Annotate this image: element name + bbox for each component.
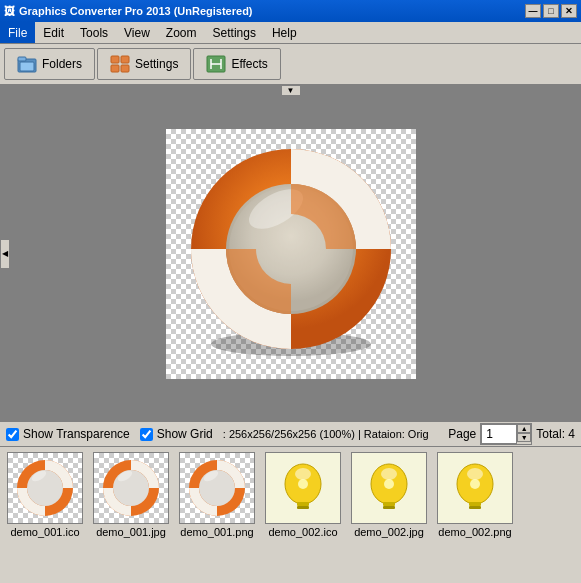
effects-button[interactable]: Effects <box>193 48 280 80</box>
svg-point-38 <box>467 468 483 480</box>
thumbnail-image <box>265 452 341 524</box>
show-transparence-label: Show Transparence <box>23 427 130 441</box>
effects-label: Effects <box>231 57 267 71</box>
main-canvas-area: ▼ ◀ <box>0 86 581 421</box>
menu-bar: File Edit Tools View Zoom Settings Help <box>0 22 581 44</box>
show-transparence-checkbox[interactable]: Show Transparence <box>6 427 130 441</box>
toolbar: Folders Settings Effects <box>0 44 581 86</box>
folders-icon <box>17 54 37 74</box>
thumbnail-image <box>93 452 169 524</box>
svg-rect-31 <box>383 502 395 506</box>
menu-settings[interactable]: Settings <box>205 22 264 43</box>
thumbnail-image <box>437 452 513 524</box>
effects-icon <box>206 54 226 74</box>
thumbnail-label: demo_001.png <box>180 526 253 538</box>
thumbnail-item[interactable]: demo_001.jpg <box>90 452 172 538</box>
show-grid-checkbox[interactable]: Show Grid <box>140 427 213 441</box>
thumbnail-item[interactable]: demo_002.ico <box>262 452 344 538</box>
svg-rect-1 <box>18 57 26 61</box>
status-bar: Show Transparence Show Grid : 256x256/25… <box>0 421 581 447</box>
menu-view[interactable]: View <box>116 22 158 43</box>
app-title: Graphics Converter Pro 2013 (UnRegistere… <box>19 5 253 17</box>
collapse-arrow[interactable]: ▼ <box>281 86 301 96</box>
svg-rect-4 <box>121 56 129 63</box>
svg-point-39 <box>470 479 480 489</box>
page-down-button[interactable]: ▼ <box>517 433 531 442</box>
page-up-button[interactable]: ▲ <box>517 424 531 433</box>
settings-label: Settings <box>135 57 178 71</box>
window-controls[interactable]: — □ ✕ <box>525 4 577 18</box>
svg-point-29 <box>298 479 308 489</box>
svg-rect-26 <box>297 502 309 506</box>
settings-button[interactable]: Settings <box>97 48 191 80</box>
folders-label: Folders <box>42 57 82 71</box>
page-control: Page 1 ▲ ▼ Total: 4 <box>448 423 575 445</box>
thumbnail-label: demo_002.jpg <box>354 526 424 538</box>
svg-point-34 <box>384 479 394 489</box>
menu-help[interactable]: Help <box>264 22 305 43</box>
thumbnail-label: demo_001.ico <box>10 526 79 538</box>
thumbnail-label: demo_001.jpg <box>96 526 166 538</box>
image-canvas <box>166 129 416 379</box>
grid-input[interactable] <box>140 428 153 441</box>
close-button[interactable]: ✕ <box>561 4 577 18</box>
settings-icon <box>110 54 130 74</box>
scroll-left-arrow[interactable]: ◀ <box>0 239 10 269</box>
thumbnail-item[interactable]: demo_002.png <box>434 452 516 538</box>
title-bar: 🖼 Graphics Converter Pro 2013 (UnRegiste… <box>0 0 581 22</box>
thumbnail-item[interactable]: demo_001.ico <box>4 452 86 538</box>
thumbnail-label: demo_002.ico <box>268 526 337 538</box>
thumbnail-image <box>351 452 427 524</box>
svg-rect-32 <box>383 506 395 509</box>
app-icon: 🖼 <box>4 5 15 17</box>
menu-zoom[interactable]: Zoom <box>158 22 205 43</box>
minimize-button[interactable]: — <box>525 4 541 18</box>
folders-button[interactable]: Folders <box>4 48 95 80</box>
svg-rect-2 <box>20 62 34 71</box>
total-label: Total: 4 <box>536 427 575 441</box>
svg-rect-27 <box>297 506 309 509</box>
svg-rect-6 <box>121 65 129 72</box>
page-value: 1 <box>481 424 517 444</box>
thumbnail-label: demo_002.png <box>438 526 511 538</box>
menu-edit[interactable]: Edit <box>35 22 72 43</box>
page-label: Page <box>448 427 476 441</box>
thumbnail-item[interactable]: demo_001.png <box>176 452 258 538</box>
maximize-button[interactable]: □ <box>543 4 559 18</box>
thumbnail-item[interactable]: demo_002.jpg <box>348 452 430 538</box>
thumbnail-image <box>179 452 255 524</box>
svg-rect-36 <box>469 502 481 506</box>
svg-point-28 <box>295 468 311 480</box>
transparence-input[interactable] <box>6 428 19 441</box>
thumbnail-image <box>7 452 83 524</box>
menu-file[interactable]: File <box>0 22 35 43</box>
thumbnail-strip: demo_001.ico demo_001.jpg demo_001.png d… <box>0 447 581 543</box>
menu-tools[interactable]: Tools <box>72 22 116 43</box>
svg-rect-5 <box>111 65 119 72</box>
show-grid-label: Show Grid <box>157 427 213 441</box>
image-status-text: : 256x256/256x256 (100%) | Rataion: Orig <box>223 428 439 440</box>
svg-rect-3 <box>111 56 119 63</box>
life-ring-image <box>181 144 401 364</box>
svg-rect-37 <box>469 506 481 509</box>
svg-point-33 <box>381 468 397 480</box>
